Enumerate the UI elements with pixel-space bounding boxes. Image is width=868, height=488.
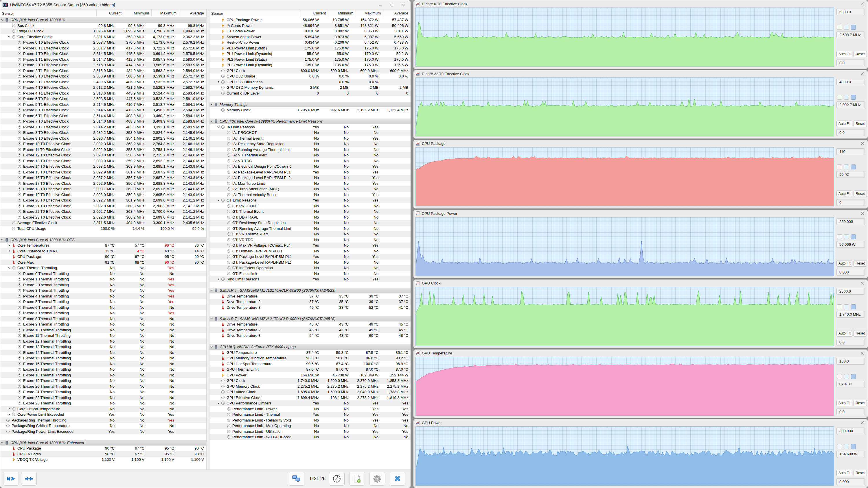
graph-color-swatch[interactable]: [837, 95, 842, 100]
sensor-row[interactable]: E-core 17 Thermal ThrottlingNoNoNo: [0, 366, 206, 372]
reset-button[interactable]: Reset: [854, 121, 867, 127]
section-header[interactable]: CPU [#0]: Intel Core i9-13980HX: Perform…: [210, 119, 410, 124]
section-header[interactable]: S.M.A.R.T.: SAMSUNG MZVL21T0HCLR-00B00 (…: [210, 288, 410, 293]
sensor-row[interactable]: GPU D3D Usage0.0 %0.0 %0.0 %0.0 %: [210, 73, 410, 79]
sensor-row[interactable]: P-core 1 T1 Effective Clock2,514.7 MHz41…: [0, 57, 206, 62]
sensor-row[interactable]: P-core 1 T0 Effective Clock2,514.5 MHz44…: [0, 51, 206, 57]
sensor-row[interactable]: Bus Clock99.8 MHz99.8 MHz99.8 MHz99.8 MH…: [0, 23, 206, 29]
sensor-row[interactable]: GPU Hot Spot Temperature99.6 °C67.4 °C10…: [210, 361, 410, 367]
sensor-row[interactable]: GT: Fuses limitNoNoNo: [210, 271, 410, 277]
chevron-down-icon[interactable]: [210, 103, 214, 106]
graph-title-bar[interactable]: E-core 22 T0 Effective Clock: [413, 70, 868, 77]
current-value[interactable]: 87.4 °C: [836, 381, 865, 387]
sensor-row[interactable]: Performance Limit - Max Operating Voltag…: [210, 423, 410, 429]
sensor-row[interactable]: IA Cores Power48.994 W8.851 W148.821 W50…: [210, 23, 410, 29]
sensor-row[interactable]: IA: Thermal Velocity BoostNoNoYes: [210, 192, 410, 198]
sensor-row[interactable]: System Agent Power5.694 W3.873 W5.987 W5…: [210, 34, 410, 40]
column-current[interactable]: Current: [301, 10, 328, 17]
remote-sensors-button[interactable]: [289, 472, 304, 486]
scale-max-value[interactable]: 250.000: [836, 218, 865, 225]
sensor-row[interactable]: E-core 15 Thermal ThrottlingNoNoNo: [0, 355, 206, 361]
sensor-row[interactable]: IA: VR Thermal AlertNoNoNo: [210, 152, 410, 158]
sensor-row[interactable]: GPU Thermal Limit87.0 °C87.0 °C87.0 °C87…: [210, 366, 410, 372]
sensor-row[interactable]: GT: DDR RAPLNoNoNo: [210, 215, 410, 220]
sensor-row[interactable]: GPU Effective Clock1,699.4 MHz108.1 MHz2…: [210, 395, 410, 401]
sensor-row[interactable]: Core Temperatures87 °C57 °C96 °C86 °C: [0, 242, 206, 248]
sensor-row[interactable]: GT: Domain-Level PBM PLGTNoNoNo: [210, 248, 410, 254]
sensor-row[interactable]: IA: Running Average Thermal LimitNoNoNo: [210, 147, 410, 153]
graph-color-swatch[interactable]: [837, 444, 842, 449]
sensor-row[interactable]: E-core 23 T0 Effective Clock2,092.6 MHz3…: [0, 215, 206, 220]
sensor-row[interactable]: GT Cores Power0.010 W0.002 W0.053 W0.011…: [210, 28, 410, 34]
graph-title-bar[interactable]: GPU Power: [413, 419, 868, 426]
sensor-row[interactable]: Drive Temperature37 °C35 °C39 °C37 °C: [210, 293, 410, 299]
sensor-row[interactable]: GT: VR TDCNoNoNo: [210, 237, 410, 243]
sensor-row[interactable]: E-core 21 T0 Effective Clock2,092.8 MHz3…: [0, 203, 206, 209]
sensor-row[interactable]: Rest-of-Chip Power0.434 W0.209 W0.452 W0…: [210, 40, 410, 45]
grid-color-swatch[interactable]: [851, 234, 856, 239]
sensor-row[interactable]: P-core 0 T1 Effective Clock2,501.7 MHz41…: [0, 45, 206, 51]
sensor-row[interactable]: P-core 7 T1 Effective Clock2,514.2 MHz40…: [0, 124, 206, 130]
sensor-row[interactable]: GPU Power164.698 W46.738 W189.349 W159.1…: [210, 372, 410, 378]
sensor-row[interactable]: P-core 7 T0 Effective Clock2,514.0 MHz40…: [0, 119, 206, 124]
sensor-row[interactable]: E-core 8 Thermal ThrottlingNoNoNo: [0, 316, 206, 322]
sensor-row[interactable]: GT: Inefficient OperationNoNoNo: [210, 265, 410, 271]
collapse-columns-button[interactable]: [21, 472, 37, 486]
scale-min-value[interactable]: 0.0: [836, 409, 865, 415]
chevron-down-icon[interactable]: [0, 441, 4, 444]
scale-min-value[interactable]: 0.0: [836, 339, 865, 346]
current-value[interactable]: 90 °C: [836, 171, 865, 178]
sensor-row[interactable]: E-core 21 Thermal ThrottlingNoNoNo: [0, 389, 206, 395]
reset-button[interactable]: Reset: [854, 330, 867, 336]
sensor-row[interactable]: E-core 14 T0 Effective Clock2,093.1 MHz3…: [0, 164, 206, 169]
column-average[interactable]: Average: [383, 10, 410, 17]
sensor-row[interactable]: Performance Limit - SLI GPUBoost SyncNoN…: [210, 434, 410, 440]
sensor-row[interactable]: CPU Package90 °C67 °C95 °C90 °C: [0, 446, 206, 451]
sensor-row[interactable]: Performance Limit - Reliability VoltageN…: [210, 418, 410, 423]
background-color-swatch[interactable]: [844, 25, 849, 30]
sensor-row[interactable]: E-core 18 Thermal ThrottlingNoNoNo: [0, 372, 206, 378]
sensor-row[interactable]: Package/Ring Thermal ThrottlingNoNoYes: [0, 418, 206, 423]
sensor-row[interactable]: GT: Package-Level RAPL/PBM PL2,PL3NoNoNo: [210, 260, 410, 265]
sensor-row[interactable]: CPU Package90 °C67 °C95 °C90 °C: [0, 254, 206, 260]
sensor-row[interactable]: GT: Running Average Thermal LimitNoNoNo: [210, 226, 410, 232]
sensor-row[interactable]: IA: Package-Level RAPL/PBM PL1YesNoYes: [210, 169, 410, 175]
sensor-row[interactable]: Performance Limit - UtilizationNoNoYesYe…: [210, 429, 410, 434]
current-value[interactable]: 2,508.7 MHz: [836, 32, 865, 38]
sensor-row[interactable]: VDDQ TX Voltage1.100 V1.100 V1.100 V1.10…: [0, 457, 206, 462]
section-header[interactable]: Memory Timings: [210, 102, 410, 107]
sensor-row[interactable]: Average Effective Clock2,371.5 MHz404.9 …: [0, 220, 206, 226]
sensor-row[interactable]: IA: PROCHOTNoNoNo: [210, 130, 410, 136]
graph-color-swatch[interactable]: [837, 164, 842, 169]
sensor-row[interactable]: IA Limit ReasonsYesNoYes: [210, 124, 410, 130]
sensor-row[interactable]: CPU Package Power56.066 W13.785 W154.372…: [210, 17, 410, 23]
sensor-row[interactable]: GPU Temperature87.4 °C59.8 °C87.5 °C85.1…: [210, 350, 410, 356]
chevron-right-icon[interactable]: [7, 413, 11, 416]
scale-min-value[interactable]: 0.000: [836, 269, 865, 275]
current-value[interactable]: 164.698 W: [836, 451, 865, 457]
sensor-row[interactable]: P-core 4 T0 Effective Clock2,512.2 MHz42…: [0, 85, 206, 91]
column-maximum[interactable]: Maximum: [355, 10, 383, 17]
sensor-row[interactable]: E-core 11 Thermal ThrottlingNoNoNo: [0, 333, 206, 338]
chevron-down-icon[interactable]: [210, 120, 214, 123]
reset-button[interactable]: Reset: [854, 260, 867, 266]
sensor-row[interactable]: IA: Package-Level RAPL/PBM PL2,PL3NoNoYe…: [210, 175, 410, 181]
column-maximum[interactable]: Maximum: [151, 10, 179, 17]
grid-color-swatch[interactable]: [851, 444, 856, 449]
chevron-right-icon[interactable]: [7, 250, 11, 252]
sensor-row[interactable]: P-core 1 Thermal ThrottlingNoNoYes: [0, 276, 206, 282]
scale-max-value[interactable]: 4000.0: [836, 78, 865, 85]
sensor-row[interactable]: Performance Limit - PowerNoNoYesYes: [210, 406, 410, 412]
sensor-row[interactable]: Performance Limit - ThermalYesNoYesYes: [210, 412, 410, 418]
sensor-row[interactable]: Ring/LLC Clock1,895.4 MHz1,695.9 MHz3,79…: [0, 28, 206, 34]
sensor-row[interactable]: GPU D3D Utilizations0.0 %0.0 %: [210, 79, 410, 85]
sensor-row[interactable]: E-core 10 T0 Effective Clock2,092.3 MHz3…: [0, 141, 206, 147]
sensor-row[interactable]: E-core 17 T0 Effective Clock2,092.9 MHz3…: [0, 181, 206, 187]
close-icon[interactable]: [859, 350, 865, 356]
current-value[interactable]: 2,092.7 MHz: [836, 101, 865, 108]
chevron-down-icon[interactable]: [0, 19, 4, 22]
sensor-row[interactable]: P-core 7 Thermal ThrottlingNoNoYes: [0, 310, 206, 316]
sensor-row[interactable]: E-core 9 T0 Effective Clock2,090.7 MHz35…: [0, 136, 206, 141]
column-current[interactable]: Current: [96, 10, 124, 17]
sensor-row[interactable]: GT: PROCHOTNoNoNo: [210, 203, 410, 209]
